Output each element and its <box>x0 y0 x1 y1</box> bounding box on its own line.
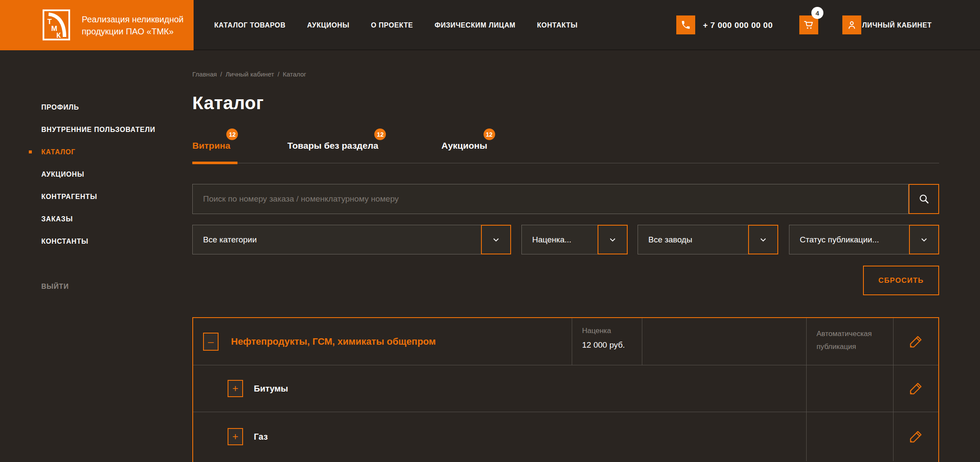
account-button[interactable] <box>842 15 861 34</box>
reset-button[interactable]: СБРОСИТЬ <box>863 266 939 295</box>
tab-vitrina[interactable]: Витрина 12 <box>192 140 230 151</box>
sidebar-item-label: АУКЦИОНЫ <box>41 171 84 178</box>
svg-text:К: К <box>56 31 61 40</box>
nav-item-individuals[interactable]: ФИЗИЧЕСКИМ ЛИЦАМ <box>435 21 515 29</box>
catalog-subcategory-title: Битумы <box>254 384 288 394</box>
tab-badge: 12 <box>374 129 386 140</box>
markup-value: 12 000 руб. <box>582 340 625 350</box>
cell-divider <box>806 412 807 461</box>
catalog-subcategory-title: Газ <box>254 432 268 442</box>
search-bar <box>192 184 939 214</box>
cell-divider <box>572 318 572 365</box>
sidebar-item-internal-users[interactable]: ВНУТРЕННИЕ ПОЛЬЗОВАТЕЛИ <box>0 119 192 141</box>
filter-markup-select[interactable]: Наценка... <box>521 225 628 254</box>
sidebar-item-profile[interactable]: ПРОФИЛЬ <box>0 96 192 119</box>
nav-item-about[interactable]: О ПРОЕКТЕ <box>371 21 413 29</box>
sidebar-item-auctions[interactable]: АУКЦИОНЫ <box>0 163 192 186</box>
collapse-button[interactable]: – <box>203 333 219 351</box>
breadcrumb-current: Каталог <box>283 70 306 78</box>
sidebar-item-orders[interactable]: ЗАКАЗЫ <box>0 208 192 230</box>
edit-button[interactable] <box>893 412 938 461</box>
sidebar: ПРОФИЛЬ ВНУТРЕННИЕ ПОЛЬЗОВАТЕЛИ КАТАЛОГ … <box>0 96 192 253</box>
tab-active-underline <box>192 162 237 164</box>
pencil-icon <box>909 334 923 349</box>
breadcrumb-separator: / <box>220 70 222 78</box>
tabs-divider <box>192 163 939 163</box>
phone-button[interactable] <box>676 15 695 34</box>
breadcrumb: Главная / Личный кабинет / Каталог <box>192 70 306 78</box>
header: Т М К Реализация неликвидной продукции П… <box>0 0 980 50</box>
active-item-dot <box>29 150 32 153</box>
catalog-child-row: + Битумы <box>193 365 938 412</box>
phone-number: + 7 000 000 00 00 <box>703 0 773 50</box>
sidebar-item-logout[interactable]: ВЫЙТИ <box>41 275 69 298</box>
tab-label: Витрина <box>192 141 230 150</box>
brand-tagline: Реализация неликвидной продукции ПАО «ТМ… <box>82 13 184 37</box>
sidebar-item-label: КАТАЛОГ <box>41 148 75 156</box>
chevron-down-icon[interactable] <box>598 225 628 254</box>
auto-publication-label: Автоматическая публикация <box>817 327 898 353</box>
tab-label: Товары без раздела <box>287 141 378 150</box>
nav-item-auctions[interactable]: АУКЦИОНЫ <box>307 21 349 29</box>
tab-products-without-section[interactable]: Товары без раздела 12 <box>287 140 378 151</box>
filter-plants-select[interactable]: Все заводы <box>638 225 778 254</box>
breadcrumb-account[interactable]: Личный кабинет <box>225 70 274 78</box>
tab-badge: 12 <box>484 129 495 140</box>
cart-badge: 4 <box>811 7 823 19</box>
tab-label: Аукционы <box>441 141 487 150</box>
cart-icon <box>803 19 814 31</box>
sidebar-item-counterparties[interactable]: КОНТРАГЕНТЫ <box>0 186 192 208</box>
tabs: Витрина 12 Товары без раздела 12 Аукцион… <box>192 140 939 164</box>
sidebar-item-label: ВНУТРЕННИЕ ПОЛЬЗОВАТЕЛИ <box>41 126 155 133</box>
main-nav: КАТАЛОГ ТОВАРОВ АУКЦИОНЫ О ПРОЕКТЕ ФИЗИЧ… <box>214 0 578 50</box>
cell-divider <box>806 318 807 365</box>
chevron-down-icon[interactable] <box>481 225 511 254</box>
search-button[interactable] <box>909 184 939 214</box>
page-title: Каталог <box>192 93 264 113</box>
chevron-down-icon[interactable] <box>748 225 778 254</box>
filter-value: Все категории <box>203 235 257 245</box>
filter-value: Наценка... <box>532 235 571 245</box>
edit-button[interactable] <box>893 365 938 412</box>
sidebar-item-label: КОНСТАНТЫ <box>41 238 88 245</box>
sidebar-item-label: ПРОФИЛЬ <box>41 104 79 111</box>
catalog-root-row: – Нефтепродукты, ГСМ, химикаты общепром … <box>193 318 938 365</box>
sidebar-item-catalog[interactable]: КАТАЛОГ <box>0 141 192 163</box>
breadcrumb-home[interactable]: Главная <box>192 70 217 78</box>
filter-value: Статус публикации... <box>800 235 879 245</box>
expand-button[interactable]: + <box>228 380 243 397</box>
brand-logo-block[interactable]: Т М К Реализация неликвидной продукции П… <box>0 0 194 50</box>
markup-cell: Наценка 12 000 руб. <box>582 327 625 350</box>
filter-publication-status-select[interactable]: Статус публикации... <box>789 225 939 254</box>
cell-divider <box>642 318 642 365</box>
brand-tagline-line2: продукции ПАО «ТМК» <box>82 25 184 37</box>
filter-categories-select[interactable]: Все категории <box>192 225 511 254</box>
chevron-down-icon[interactable] <box>909 225 939 254</box>
search-input[interactable] <box>192 184 909 214</box>
user-icon <box>847 20 857 30</box>
sidebar-item-label: КОНТРАГЕНТЫ <box>41 193 97 200</box>
phone-icon <box>681 20 691 30</box>
page-root: Т М К Реализация неликвидной продукции П… <box>0 0 980 462</box>
nav-item-contacts[interactable]: КОНТАКТЫ <box>537 21 578 29</box>
filter-value: Все заводы <box>648 235 692 245</box>
cell-divider <box>806 365 807 412</box>
edit-button[interactable] <box>893 318 938 365</box>
sidebar-item-label: ЗАКАЗЫ <box>41 215 73 223</box>
tab-auctions[interactable]: Аукционы 12 <box>441 140 487 151</box>
pencil-icon <box>909 429 923 444</box>
sidebar-item-constants[interactable]: КОНСТАНТЫ <box>0 230 192 253</box>
breadcrumb-separator: / <box>277 70 279 78</box>
tab-badge: 12 <box>226 129 238 140</box>
account-link[interactable]: ЛИЧНЫЙ КАБИНЕТ <box>862 0 932 50</box>
markup-label: Наценка <box>582 327 625 335</box>
catalog-child-row: + Газ <box>193 412 938 461</box>
search-icon <box>918 193 930 205</box>
brand-tagline-line1: Реализация неликвидной <box>82 13 184 25</box>
tmk-logo-icon: Т М К <box>43 9 70 40</box>
catalog-category-title[interactable]: Нефтепродукты, ГСМ, химикаты общепром <box>231 336 436 347</box>
pencil-icon <box>909 381 923 396</box>
catalog-table: – Нефтепродукты, ГСМ, химикаты общепром … <box>192 317 939 462</box>
nav-item-catalog[interactable]: КАТАЛОГ ТОВАРОВ <box>214 21 286 29</box>
expand-button[interactable]: + <box>228 428 243 445</box>
